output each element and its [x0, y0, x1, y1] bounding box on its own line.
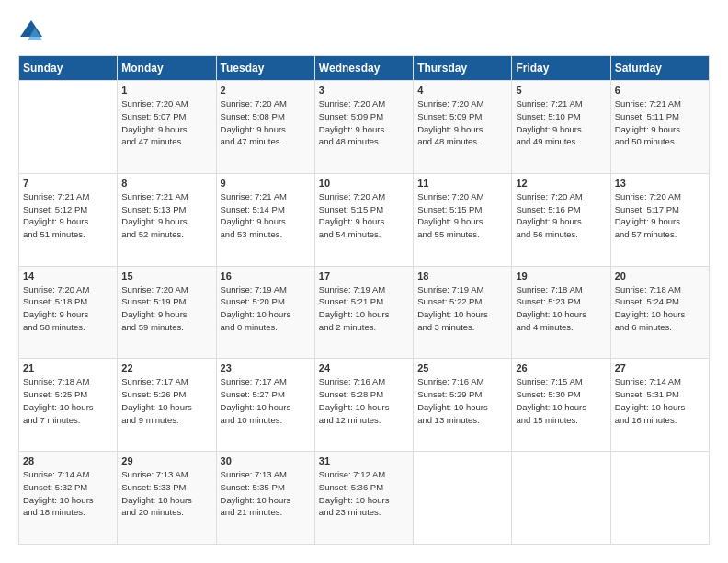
- day-cell: 27Sunrise: 7:14 AM Sunset: 5:31 PM Dayli…: [610, 359, 709, 452]
- day-cell: [610, 452, 709, 545]
- day-info: Sunrise: 7:17 AM Sunset: 5:26 PM Dayligh…: [121, 375, 211, 426]
- day-cell: 25Sunrise: 7:16 AM Sunset: 5:29 PM Dayli…: [414, 359, 512, 452]
- day-number: 25: [417, 362, 507, 373]
- day-info: Sunrise: 7:13 AM Sunset: 5:35 PM Dayligh…: [221, 468, 311, 519]
- day-number: 8: [121, 178, 211, 189]
- day-number: 11: [417, 178, 507, 189]
- week-row-4: 21Sunrise: 7:18 AM Sunset: 5:25 PM Dayli…: [19, 359, 710, 452]
- day-info: Sunrise: 7:20 AM Sunset: 5:18 PM Dayligh…: [23, 283, 113, 334]
- day-cell: 3Sunrise: 7:20 AM Sunset: 5:09 PM Daylig…: [314, 81, 413, 174]
- week-row-1: 1Sunrise: 7:20 AM Sunset: 5:07 PM Daylig…: [19, 81, 710, 174]
- day-number: 13: [615, 178, 705, 189]
- day-cell: 29Sunrise: 7:13 AM Sunset: 5:33 PM Dayli…: [118, 452, 216, 545]
- day-info: Sunrise: 7:19 AM Sunset: 5:22 PM Dayligh…: [417, 283, 507, 334]
- day-number: 18: [417, 270, 507, 282]
- day-cell: 16Sunrise: 7:19 AM Sunset: 5:20 PM Dayli…: [216, 266, 314, 359]
- day-cell: 19Sunrise: 7:18 AM Sunset: 5:23 PM Dayli…: [512, 266, 610, 359]
- day-info: Sunrise: 7:16 AM Sunset: 5:29 PM Dayligh…: [417, 375, 507, 426]
- day-number: 15: [121, 270, 211, 282]
- day-cell: 13Sunrise: 7:20 AM Sunset: 5:17 PM Dayli…: [610, 173, 709, 266]
- day-cell: 14Sunrise: 7:20 AM Sunset: 5:18 PM Dayli…: [19, 266, 118, 359]
- day-number: 1: [121, 85, 211, 96]
- day-cell: 10Sunrise: 7:20 AM Sunset: 5:15 PM Dayli…: [314, 173, 413, 266]
- day-cell: 2Sunrise: 7:20 AM Sunset: 5:08 PM Daylig…: [216, 81, 314, 174]
- day-cell: 1Sunrise: 7:20 AM Sunset: 5:07 PM Daylig…: [118, 81, 216, 174]
- day-info: Sunrise: 7:18 AM Sunset: 5:25 PM Dayligh…: [23, 375, 113, 426]
- day-info: Sunrise: 7:21 AM Sunset: 5:10 PM Dayligh…: [516, 98, 606, 148]
- day-cell: [414, 452, 512, 545]
- day-cell: [512, 452, 610, 545]
- day-info: Sunrise: 7:20 AM Sunset: 5:17 PM Dayligh…: [615, 190, 705, 241]
- day-info: Sunrise: 7:20 AM Sunset: 5:09 PM Dayligh…: [319, 98, 409, 148]
- day-info: Sunrise: 7:21 AM Sunset: 5:11 PM Dayligh…: [615, 98, 705, 148]
- logo: [18, 18, 46, 44]
- day-cell: 20Sunrise: 7:18 AM Sunset: 5:24 PM Dayli…: [610, 266, 709, 359]
- day-info: Sunrise: 7:14 AM Sunset: 5:31 PM Dayligh…: [615, 375, 705, 426]
- day-info: Sunrise: 7:18 AM Sunset: 5:24 PM Dayligh…: [615, 283, 705, 334]
- day-number: 22: [121, 362, 211, 373]
- header: [18, 18, 710, 44]
- day-cell: 21Sunrise: 7:18 AM Sunset: 5:25 PM Dayli…: [19, 359, 118, 452]
- day-cell: 17Sunrise: 7:19 AM Sunset: 5:21 PM Dayli…: [314, 266, 413, 359]
- day-cell: 4Sunrise: 7:20 AM Sunset: 5:09 PM Daylig…: [414, 81, 512, 174]
- day-cell: 23Sunrise: 7:17 AM Sunset: 5:27 PM Dayli…: [216, 359, 314, 452]
- week-row-2: 7Sunrise: 7:21 AM Sunset: 5:12 PM Daylig…: [19, 173, 710, 266]
- day-info: Sunrise: 7:14 AM Sunset: 5:32 PM Dayligh…: [23, 468, 113, 519]
- day-number: 3: [319, 85, 409, 96]
- day-number: 20: [615, 270, 705, 282]
- day-number: 16: [221, 270, 311, 282]
- day-cell: 7Sunrise: 7:21 AM Sunset: 5:12 PM Daylig…: [19, 173, 118, 266]
- page: SundayMondayTuesdayWednesdayThursdayFrid…: [0, 0, 728, 563]
- header-row: SundayMondayTuesdayWednesdayThursdayFrid…: [19, 56, 710, 81]
- day-number: 17: [319, 270, 409, 282]
- day-info: Sunrise: 7:20 AM Sunset: 5:16 PM Dayligh…: [516, 190, 606, 241]
- day-info: Sunrise: 7:20 AM Sunset: 5:15 PM Dayligh…: [319, 190, 409, 241]
- day-cell: 8Sunrise: 7:21 AM Sunset: 5:13 PM Daylig…: [118, 173, 216, 266]
- day-cell: 6Sunrise: 7:21 AM Sunset: 5:11 PM Daylig…: [610, 81, 709, 174]
- day-number: 5: [516, 85, 606, 96]
- day-info: Sunrise: 7:20 AM Sunset: 5:15 PM Dayligh…: [417, 190, 507, 241]
- day-cell: 11Sunrise: 7:20 AM Sunset: 5:15 PM Dayli…: [414, 173, 512, 266]
- day-number: 31: [319, 455, 409, 466]
- day-number: 7: [23, 178, 113, 189]
- day-cell: 26Sunrise: 7:15 AM Sunset: 5:30 PM Dayli…: [512, 359, 610, 452]
- day-number: 21: [23, 362, 113, 373]
- day-cell: 12Sunrise: 7:20 AM Sunset: 5:16 PM Dayli…: [512, 173, 610, 266]
- calendar-table: SundayMondayTuesdayWednesdayThursdayFrid…: [18, 55, 710, 545]
- day-info: Sunrise: 7:15 AM Sunset: 5:30 PM Dayligh…: [516, 375, 606, 426]
- day-number: 2: [221, 85, 311, 96]
- day-header-wednesday: Wednesday: [314, 56, 413, 81]
- day-number: 23: [221, 362, 311, 373]
- day-number: 14: [23, 270, 113, 282]
- day-cell: [19, 81, 118, 174]
- logo-icon: [18, 18, 44, 44]
- day-cell: 24Sunrise: 7:16 AM Sunset: 5:28 PM Dayli…: [314, 359, 413, 452]
- day-header-saturday: Saturday: [610, 56, 709, 81]
- day-number: 10: [319, 178, 409, 189]
- day-header-friday: Friday: [512, 56, 610, 81]
- day-header-monday: Monday: [118, 56, 216, 81]
- day-cell: 5Sunrise: 7:21 AM Sunset: 5:10 PM Daylig…: [512, 81, 610, 174]
- day-header-thursday: Thursday: [414, 56, 512, 81]
- week-row-3: 14Sunrise: 7:20 AM Sunset: 5:18 PM Dayli…: [19, 266, 710, 359]
- day-number: 28: [23, 455, 113, 466]
- day-info: Sunrise: 7:20 AM Sunset: 5:07 PM Dayligh…: [121, 98, 211, 148]
- day-number: 29: [121, 455, 211, 466]
- day-info: Sunrise: 7:21 AM Sunset: 5:13 PM Dayligh…: [121, 190, 211, 241]
- day-number: 6: [615, 85, 705, 96]
- day-number: 19: [516, 270, 606, 282]
- day-info: Sunrise: 7:18 AM Sunset: 5:23 PM Dayligh…: [516, 283, 606, 334]
- day-info: Sunrise: 7:21 AM Sunset: 5:12 PM Dayligh…: [23, 190, 113, 241]
- day-cell: 30Sunrise: 7:13 AM Sunset: 5:35 PM Dayli…: [216, 452, 314, 545]
- day-info: Sunrise: 7:20 AM Sunset: 5:09 PM Dayligh…: [417, 98, 507, 148]
- day-cell: 28Sunrise: 7:14 AM Sunset: 5:32 PM Dayli…: [19, 452, 118, 545]
- day-info: Sunrise: 7:20 AM Sunset: 5:19 PM Dayligh…: [121, 283, 211, 334]
- day-number: 27: [615, 362, 705, 373]
- day-info: Sunrise: 7:19 AM Sunset: 5:20 PM Dayligh…: [221, 283, 311, 334]
- day-cell: 18Sunrise: 7:19 AM Sunset: 5:22 PM Dayli…: [414, 266, 512, 359]
- day-header-tuesday: Tuesday: [216, 56, 314, 81]
- day-header-sunday: Sunday: [19, 56, 118, 81]
- day-number: 9: [221, 178, 311, 189]
- day-number: 26: [516, 362, 606, 373]
- day-info: Sunrise: 7:12 AM Sunset: 5:36 PM Dayligh…: [319, 468, 409, 519]
